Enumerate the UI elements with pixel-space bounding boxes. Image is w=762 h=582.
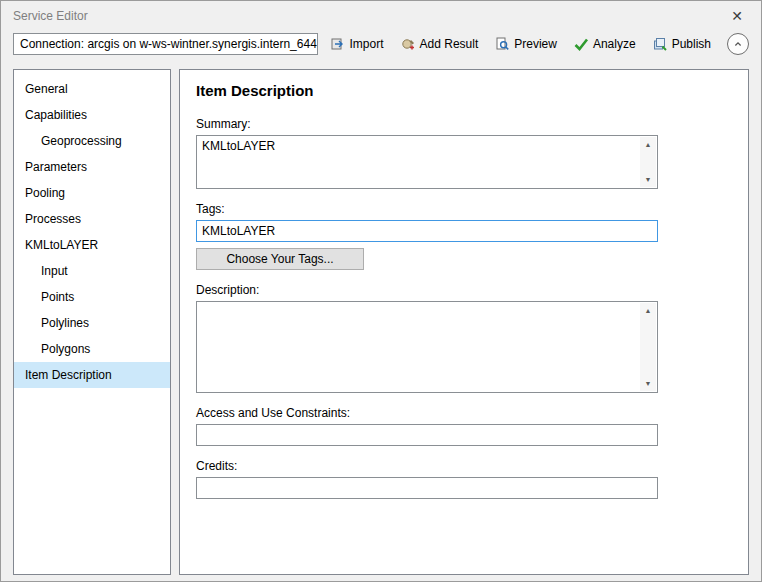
sidebar-item-polygons[interactable]: Polygons	[14, 336, 170, 362]
summary-textarea[interactable]: KMLtoLAYER	[197, 136, 657, 188]
service-editor-window: { "window": { "title": "Service Editor",…	[0, 0, 762, 582]
access-constraints-input[interactable]	[196, 424, 658, 446]
sidebar-item-item-description[interactable]: Item Description	[14, 362, 170, 388]
sidebar-item-pooling[interactable]: Pooling	[14, 180, 170, 206]
scroll-up-icon[interactable]: ▲	[645, 303, 652, 318]
tags-input[interactable]	[196, 220, 658, 242]
main-panel: Item Description Summary: KMLtoLAYER ▲ ▼…	[179, 69, 749, 575]
credits-input[interactable]	[196, 477, 658, 499]
summary-field-wrap: KMLtoLAYER ▲ ▼	[196, 135, 658, 189]
toolbar-buttons: Import Add Result Preview Analyze Publis…	[330, 33, 749, 55]
sidebar-item-geoprocessing[interactable]: Geoprocessing	[14, 128, 170, 154]
import-label: Import	[350, 37, 384, 51]
choose-your-tags-button[interactable]: Choose Your Tags...	[196, 248, 364, 270]
analyze-icon	[573, 36, 589, 52]
analyze-label: Analyze	[593, 37, 636, 51]
toolbar: Connection: arcgis on w-ws-wintner.syner…	[1, 31, 761, 63]
preview-icon	[494, 36, 510, 52]
credits-label: Credits:	[196, 459, 732, 473]
chevron-up-icon	[732, 38, 744, 50]
access-constraints-label: Access and Use Constraints:	[196, 406, 732, 420]
add-result-label: Add Result	[420, 37, 479, 51]
preview-button[interactable]: Preview	[494, 36, 557, 52]
collapse-toolbar-button[interactable]	[727, 33, 749, 55]
import-button[interactable]: Import	[330, 36, 384, 52]
scroll-down-icon[interactable]: ▼	[645, 172, 652, 187]
add-result-icon	[400, 36, 416, 52]
publish-button[interactable]: Publish	[652, 36, 711, 52]
description-field-wrap: ▲ ▼	[196, 301, 658, 393]
sidebar-item-kmltolayer[interactable]: KMLtoLAYER	[14, 232, 170, 258]
publish-icon	[652, 36, 668, 52]
tags-label: Tags:	[196, 202, 732, 216]
scroll-down-icon[interactable]: ▼	[645, 376, 652, 391]
page-title: Item Description	[196, 82, 732, 99]
description-scrollbar[interactable]: ▲ ▼	[640, 303, 656, 391]
publish-label: Publish	[672, 37, 711, 51]
summary-scrollbar[interactable]: ▲ ▼	[640, 137, 656, 187]
window-title: Service Editor	[13, 9, 723, 23]
description-label: Description:	[196, 283, 732, 297]
sidebar-item-points[interactable]: Points	[14, 284, 170, 310]
close-icon[interactable]: ✕	[723, 6, 751, 26]
sidebar: General Capabilities Geoprocessing Param…	[13, 69, 171, 575]
summary-label: Summary:	[196, 117, 732, 131]
description-textarea[interactable]	[197, 302, 657, 392]
sidebar-item-general[interactable]: General	[14, 76, 170, 102]
sidebar-item-processes[interactable]: Processes	[14, 206, 170, 232]
analyze-button[interactable]: Analyze	[573, 36, 636, 52]
preview-label: Preview	[514, 37, 557, 51]
import-icon	[330, 36, 346, 52]
scroll-up-icon[interactable]: ▲	[645, 137, 652, 152]
sidebar-item-capabilities[interactable]: Capabilities	[14, 102, 170, 128]
titlebar: Service Editor ✕	[1, 1, 761, 31]
sidebar-item-input[interactable]: Input	[14, 258, 170, 284]
sidebar-item-polylines[interactable]: Polylines	[14, 310, 170, 336]
add-result-button[interactable]: Add Result	[400, 36, 479, 52]
sidebar-item-parameters[interactable]: Parameters	[14, 154, 170, 180]
content-area: General Capabilities Geoprocessing Param…	[13, 69, 749, 575]
connection-dropdown[interactable]: Connection: arcgis on w-ws-wintner.syner…	[13, 33, 318, 55]
